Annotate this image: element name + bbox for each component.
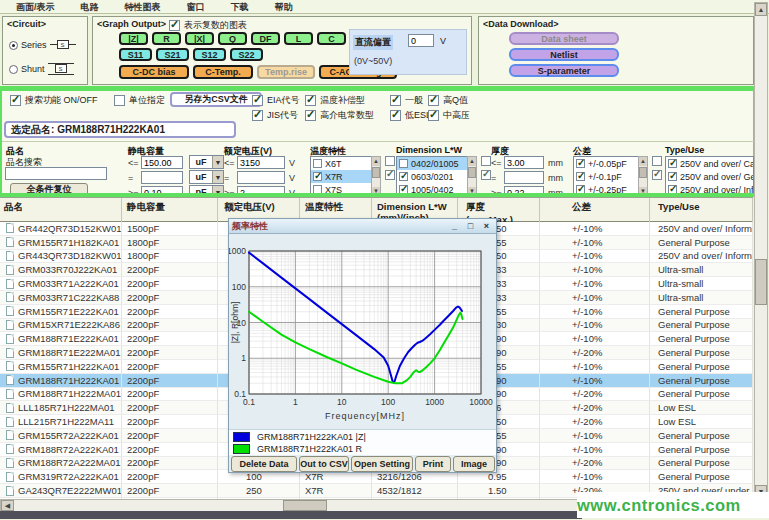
dimension-item-0402/01005[interactable]: 0402/01005 <box>397 157 467 170</box>
tolerance-item-+/-0.1pF[interactable]: +/-0.1pF <box>574 170 638 183</box>
graph-button-S21[interactable]: S21 <box>156 48 189 61</box>
temp-char-uncheck-all-box[interactable] <box>385 170 395 180</box>
tolerance-list-scrollbar[interactable]: ▲▼ <box>638 156 648 197</box>
maximize-icon[interactable]: □ <box>464 221 477 232</box>
menu-item-帮助[interactable]: 帮助 <box>273 1 295 13</box>
capacitance-max-input[interactable] <box>141 156 183 169</box>
close-icon[interactable]: × <box>480 221 493 232</box>
tolerance-uncheck-all-box[interactable] <box>652 170 662 180</box>
menu-item-电路[interactable]: 电路 <box>79 1 101 13</box>
thickness-eq-input[interactable] <box>504 171 544 184</box>
unit-spec-checkbox[interactable]: 单位指定 <box>114 94 165 107</box>
netlist-button[interactable]: Netlist <box>509 48 619 61</box>
checkbox-icon[interactable] <box>399 172 408 181</box>
scroll-up-icon[interactable]: ▲ <box>639 157 647 166</box>
temp-char-item-X7R[interactable]: X7R <box>311 170 371 183</box>
temp-char-list-scrollbar[interactable]: ▲▼ <box>371 156 381 197</box>
list-scroll-thumb[interactable] <box>468 167 476 178</box>
checkbox-icon[interactable] <box>313 172 322 181</box>
graph-button-DF[interactable]: DF <box>251 32 280 45</box>
checkbox-icon[interactable] <box>576 159 585 168</box>
graph-button-S22[interactable]: S22 <box>230 48 263 61</box>
filter-check-温度补偿型[interactable]: 温度补偿型 <box>305 94 365 107</box>
s-parameter-button[interactable]: S-parameter <box>509 64 619 77</box>
graph-button-L[interactable]: L <box>284 32 313 45</box>
column-header-7: Type/Use <box>650 198 753 223</box>
cell-type-use: General Purpose <box>650 346 753 360</box>
capacitance-eq-unit-select[interactable]: uF▼ <box>189 170 224 184</box>
dc-bias-input[interactable] <box>408 34 434 47</box>
dimension-list-scrollbar[interactable]: ▲▼ <box>467 156 477 197</box>
graph-button-C-Temp-[interactable]: C-Temp. <box>193 65 253 79</box>
menu-item-下载[interactable]: 下载 <box>229 1 251 13</box>
open-setting-button[interactable]: Open Setting <box>351 456 413 472</box>
graph-button-Q[interactable]: Q <box>218 32 247 45</box>
capacitance-max-unit-select[interactable]: uF▼ <box>189 155 224 169</box>
dimension-uncheck-all-box[interactable] <box>481 170 491 180</box>
graph-button-R[interactable]: R <box>152 32 181 45</box>
vscroll-thumb[interactable] <box>755 259 767 305</box>
menu-item-窗口[interactable]: 窗口 <box>185 1 207 13</box>
filter-check-低ESL[interactable]: 低ESL <box>390 109 431 122</box>
op-label: = <box>491 173 496 183</box>
filter-check-一般[interactable]: 一般 <box>390 94 423 107</box>
menu-item-画面/表示[interactable]: 画面/表示 <box>14 1 57 13</box>
checkbox-icon[interactable] <box>668 172 677 181</box>
minimize-icon[interactable]: _ <box>448 221 461 232</box>
type-use-item-250V and over/ Camera[interactable]: 250V and over/ Camera <box>666 157 753 170</box>
circuit-option-shunt[interactable]: ShuntS <box>9 63 74 75</box>
graph-button-C-DC-bias[interactable]: C-DC bias <box>119 65 189 79</box>
part-search-input[interactable] <box>5 167 107 180</box>
cell-type-use: General Purpose <box>650 429 753 443</box>
graph-button-Z[interactable]: |Z| <box>119 32 148 45</box>
chevron-down-icon[interactable]: ▼ <box>212 156 223 168</box>
filter-check-高Q值[interactable]: 高Q值 <box>428 94 468 107</box>
checkbox-icon[interactable] <box>313 159 322 168</box>
radio-icon[interactable] <box>9 41 18 50</box>
graph-button-S12[interactable]: S12 <box>193 48 226 61</box>
checkbox-icon[interactable] <box>576 172 585 181</box>
menu-item-特性图表[interactable]: 特性图表 <box>123 1 163 13</box>
voltage-max-input[interactable] <box>237 156 285 169</box>
voltage-eq-input[interactable] <box>237 171 285 184</box>
list-scroll-thumb[interactable] <box>372 167 380 178</box>
cell-capacitance: 2200pF <box>122 388 218 402</box>
type-use-item-250V and over/ General[interactable]: 250V and over/ General <box>666 170 753 183</box>
chevron-down-icon[interactable]: ▼ <box>212 171 223 183</box>
print-button[interactable]: Print <box>415 456 451 472</box>
scroll-up-icon[interactable]: ▲ <box>755 3 767 16</box>
dimension-item-0603/0201[interactable]: 0603/0201 <box>397 170 467 183</box>
tolerance-check-all-box[interactable] <box>652 156 662 166</box>
graph-button-X[interactable]: |X| <box>185 32 214 45</box>
radio-icon[interactable] <box>9 65 18 74</box>
delete-data-button[interactable]: Delete Data <box>231 456 297 472</box>
vertical-scrollbar[interactable]: ▲ ▼ <box>754 2 768 499</box>
graph-button-S11[interactable]: S11 <box>119 48 152 61</box>
dialog-title-bar[interactable]: 频率特性 _□× <box>229 219 496 234</box>
show-complex-checkbox[interactable]: 表示复数的图表 <box>169 19 247 32</box>
list-scroll-thumb[interactable] <box>639 167 647 178</box>
graph-button-C[interactable]: C <box>317 32 346 45</box>
capacitance-eq-input[interactable] <box>141 171 183 184</box>
image-button[interactable]: Image <box>453 456 495 472</box>
out-to-csv-button[interactable]: Out to CSV <box>299 456 349 472</box>
scroll-left-icon[interactable]: ◀ <box>1 500 14 511</box>
checkbox-icon[interactable] <box>399 159 408 168</box>
save-csv-button[interactable]: 另存为CSV文件 <box>170 92 262 107</box>
filter-check-JIS代号[interactable]: JIS代号 <box>252 109 298 122</box>
circuit-option-series[interactable]: SeriesS <box>9 39 76 51</box>
dialog-buttons: Delete DataOut to CSVOpen SettingPrintIm… <box>229 456 496 474</box>
temp-char-item-X6T[interactable]: X6T <box>311 157 371 170</box>
hscroll-thumb[interactable] <box>283 500 327 511</box>
thickness-max-input[interactable] <box>504 156 544 169</box>
temp-char-check-all-box[interactable] <box>385 156 395 166</box>
checkbox-icon[interactable] <box>668 159 677 168</box>
scroll-up-icon[interactable]: ▲ <box>468 157 476 166</box>
search-toggle-checkbox[interactable]: 搜索功能 ON/OFF <box>10 94 98 107</box>
filter-check-中高压[interactable]: 中高压 <box>428 109 470 122</box>
filter-check-高介电常数型[interactable]: 高介电常数型 <box>305 109 374 122</box>
tolerance-item-+/-0.05pF[interactable]: +/-0.05pF <box>574 157 638 170</box>
filter-check-EIA代号[interactable]: EIA代号 <box>252 94 300 107</box>
dimension-check-all-box[interactable] <box>481 156 491 166</box>
scroll-up-icon[interactable]: ▲ <box>372 157 380 166</box>
